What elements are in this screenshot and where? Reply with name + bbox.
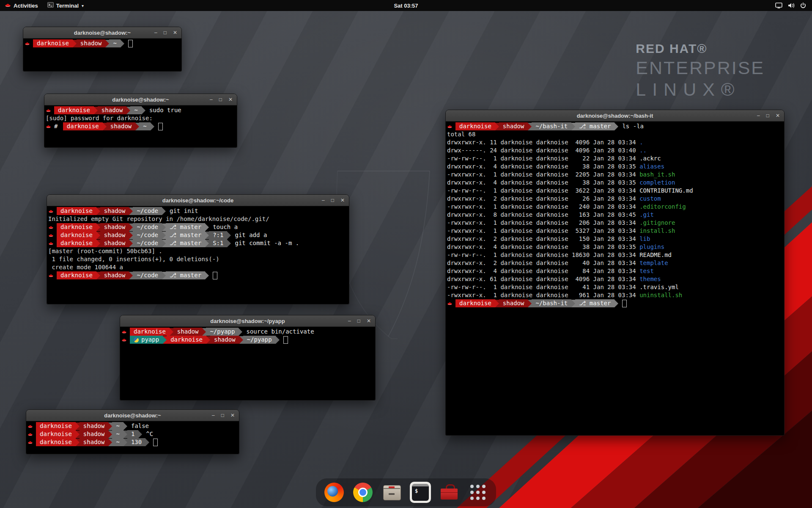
window-close-button[interactable]: ✕ xyxy=(173,30,177,35)
window-maximize-button[interactable]: □ xyxy=(221,413,224,418)
command-text: source bin/activate xyxy=(242,328,314,336)
ls-columns: drwxrwxr-x. 4 darknoise darknoise 38 Jan… xyxy=(447,179,639,187)
power-icon[interactable] xyxy=(800,3,806,8)
volume-icon[interactable] xyxy=(788,3,795,8)
window-maximize-button[interactable]: □ xyxy=(164,30,167,35)
window-minimize-button[interactable]: – xyxy=(757,113,760,118)
prompt-segment-path: ~/code xyxy=(133,207,162,215)
redhat-prompt-icon xyxy=(48,224,57,230)
ls-filename: .editorconfig xyxy=(639,203,686,211)
window-minimize-button[interactable]: – xyxy=(348,318,351,323)
terminal-prompt-line: pyappdarknoiseshadow~/pyapp xyxy=(121,336,374,344)
prompt-segment-user: darknoise xyxy=(36,422,76,430)
terminal-window: darknoise@shadow:~–□✕darknoiseshadow~sud… xyxy=(44,94,237,148)
clock[interactable]: Sat 03:57 xyxy=(394,3,418,9)
window-titlebar[interactable]: darknoise@shadow:~/pyapp–□✕ xyxy=(120,315,375,327)
window-titlebar[interactable]: darknoise@shadow:~–□✕ xyxy=(26,410,239,421)
powerline-arrow-icon xyxy=(205,240,209,247)
prompt-segment-host: shadow xyxy=(100,239,129,247)
powerline-arrow-icon xyxy=(614,123,618,130)
terminal-prompt-line: darknoiseshadow~/code⎇ master xyxy=(48,271,348,279)
redhat-prompt-icon xyxy=(447,301,455,306)
window-close-button[interactable]: ✕ xyxy=(340,198,345,203)
terminal-prompt-line: darknoiseshadow~ xyxy=(25,39,180,47)
prompt-segment-user: darknoise xyxy=(130,328,170,336)
powerline-arrow-icon xyxy=(239,328,242,336)
ls-filename: .gitignore xyxy=(639,219,675,227)
dock-chrome-icon[interactable] xyxy=(353,483,373,502)
display-icon[interactable] xyxy=(775,3,782,8)
ls-filename: themes xyxy=(639,275,661,283)
command-text: touch a xyxy=(209,223,238,231)
powerline-arrow-icon xyxy=(121,40,124,47)
powerline-arrow-icon xyxy=(205,272,209,279)
window-close-button[interactable]: ✕ xyxy=(230,413,235,418)
powerline-arrow-icon xyxy=(571,123,575,130)
window-titlebar[interactable]: darknoise@shadow:~–□✕ xyxy=(44,94,237,105)
prompt-segment-user: darknoise xyxy=(57,271,96,279)
window-maximize-button[interactable]: □ xyxy=(219,97,222,102)
window-minimize-button[interactable]: – xyxy=(154,30,157,35)
window-controls: –□✕ xyxy=(212,410,235,421)
app-menu-terminal[interactable]: Terminal ▾ xyxy=(43,0,88,11)
terminal-output-line: drwxrwxr-x. 4 darknoise darknoise 38 Jan… xyxy=(447,243,783,251)
window-title: darknoise@shadow:~/pyapp xyxy=(210,318,285,324)
prompt-segment-git: ⎇ master xyxy=(166,239,205,247)
prompt-segment-path: ~/code xyxy=(133,223,162,231)
ls-columns: -rwxrwxr-x. 1 darknoise darknoise 206 Ja… xyxy=(447,219,639,227)
powerline-arrow-icon xyxy=(205,224,209,231)
prompt-segment-user: darknoise xyxy=(455,122,495,130)
window-maximize-button[interactable]: □ xyxy=(357,318,360,323)
window-titlebar[interactable]: darknoise@shadow:~/bash-it–□✕ xyxy=(446,110,784,121)
activities-button[interactable]: Activities xyxy=(0,0,43,11)
ls-columns: -rw-rw-r--. 1 darknoise darknoise 41 Jan… xyxy=(447,283,639,291)
dock-toolbox-icon[interactable] xyxy=(439,483,459,502)
terminal-screen[interactable]: darknoiseshadow~ xyxy=(23,39,181,71)
window-titlebar[interactable]: darknoise@shadow:~–□✕ xyxy=(23,27,181,39)
powerline-arrow-icon xyxy=(123,431,127,438)
powerline-arrow-icon xyxy=(94,107,98,114)
terminal-screen[interactable]: darknoiseshadow~falsedarknoiseshadow~1^C… xyxy=(26,421,239,454)
prompt-segment-git: ⎇ master xyxy=(575,299,614,307)
terminal-cursor xyxy=(153,439,158,446)
terminal-cursor xyxy=(283,336,288,344)
window-close-button[interactable]: ✕ xyxy=(776,113,780,118)
prompt-segment-host: shadow xyxy=(499,299,528,307)
prompt-segment-host: shadow xyxy=(107,122,136,130)
terminal-screen[interactable]: darknoiseshadow~/pyappsource bin/activat… xyxy=(120,327,375,400)
redhat-prompt-icon xyxy=(46,124,54,129)
terminal-screen[interactable]: darknoiseshadow~sudo true[sudo] password… xyxy=(44,105,237,147)
window-close-button[interactable]: ✕ xyxy=(228,97,233,102)
powerline-arrow-icon xyxy=(528,123,532,130)
terminal-output-line: -rw-rw-r--. 1 darknoise darknoise 18630 … xyxy=(447,251,783,259)
window-maximize-button[interactable]: □ xyxy=(766,113,769,118)
window-minimize-button[interactable]: – xyxy=(210,97,213,102)
window-titlebar[interactable]: darknoise@shadow:~/code–□✕ xyxy=(47,195,349,206)
terminal-output-line: -rwxrwxr-x. 1 darknoise darknoise 2205 J… xyxy=(447,171,783,179)
window-maximize-button[interactable]: □ xyxy=(331,198,334,203)
command-text: ls -la xyxy=(618,122,644,130)
terminal-screen[interactable]: darknoiseshadow~/codegit initInitialized… xyxy=(47,206,349,304)
ls-columns: -rwxrwxr-x. 1 darknoise darknoise 961 Ja… xyxy=(447,291,639,299)
window-close-button[interactable]: ✕ xyxy=(367,318,371,323)
terminal-window: darknoise@shadow:~/bash-it–□✕darknoisesh… xyxy=(445,110,785,436)
dock-firefox-icon[interactable] xyxy=(324,483,344,502)
terminal-prompt-line: darknoiseshadow~/bash-it⎇ master xyxy=(447,299,783,307)
command-text: sudo true xyxy=(145,106,181,114)
ls-filename: lib xyxy=(639,235,650,243)
dock-files-icon[interactable] xyxy=(382,483,401,502)
ls-filename: .ackrc xyxy=(639,155,661,163)
terminal-prompt-line: darknoiseshadow~1^C xyxy=(27,430,238,438)
window-minimize-button[interactable]: – xyxy=(322,198,325,203)
dock-app-grid-icon[interactable] xyxy=(468,483,488,502)
window-minimize-button[interactable]: – xyxy=(212,413,215,418)
terminal-output-line: create mode 100644 a xyxy=(48,263,348,271)
chevron-down-icon: ▾ xyxy=(82,3,84,8)
powerline-arrow-icon xyxy=(126,107,130,114)
redhat-prompt-icon xyxy=(27,439,36,445)
command-text: git init xyxy=(166,207,198,215)
prompt-segment-git: ⎇ master xyxy=(166,271,205,279)
terminal-screen[interactable]: darknoiseshadow~/bash-it⎇ masterls -lato… xyxy=(446,121,784,435)
dock-terminal-icon[interactable]: $ xyxy=(411,483,430,502)
ls-columns: drwxrwxr-x. 61 darknoise darknoise 4096 … xyxy=(447,275,639,283)
